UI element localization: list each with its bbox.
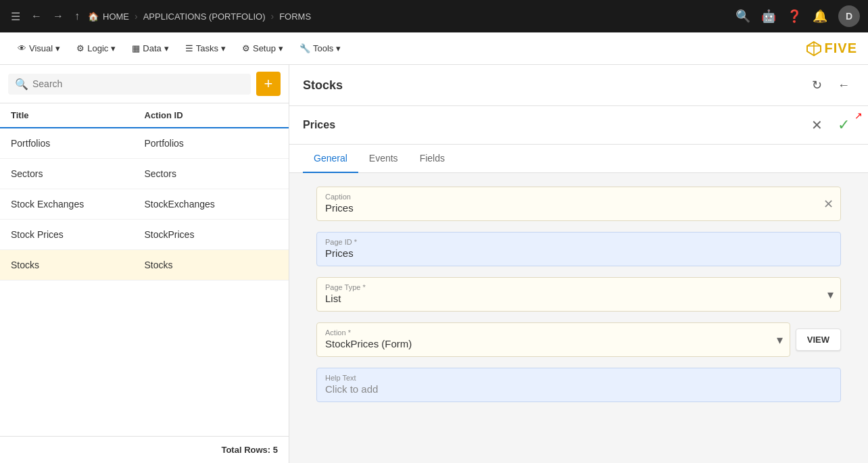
logic-icon: ⚙ xyxy=(76,43,85,53)
top-nav: ☰ ← → ↑ 🏠 HOME › APPLICATIONS (PORTFOLIO… xyxy=(0,0,868,32)
row-title: Sectors xyxy=(11,168,145,179)
forward-icon[interactable]: → xyxy=(50,7,66,25)
row-action-id: StockExchanges xyxy=(145,199,279,210)
view-button[interactable]: VIEW xyxy=(796,328,841,351)
row-title: Portfolios xyxy=(11,138,145,149)
up-icon[interactable]: ↑ xyxy=(72,7,82,25)
page-id-label: Page ID * xyxy=(325,238,832,246)
forms-nav-item[interactable]: FORMS xyxy=(279,11,311,22)
menu-icon[interactable]: ☰ xyxy=(8,7,23,26)
back-icon[interactable]: ← xyxy=(28,7,45,25)
data-chevron: ▾ xyxy=(164,43,169,53)
list-item[interactable]: Stock Exchanges StockExchanges xyxy=(0,189,289,220)
tools-icon: 🔧 xyxy=(299,43,310,53)
help-icon[interactable]: ❓ xyxy=(787,9,802,24)
page-type-value: List xyxy=(325,293,832,304)
breadcrumb-sep-2: › xyxy=(271,11,274,22)
save-check-button[interactable]: ✓ ↗ xyxy=(833,114,854,136)
notification-icon[interactable]: 🔔 xyxy=(813,9,827,24)
help-bot-icon[interactable]: 🤖 xyxy=(761,9,776,24)
home-nav-item[interactable]: 🏠 HOME xyxy=(88,11,129,22)
help-text-label: Help Text xyxy=(325,374,832,382)
sidebar-search-bar: 🔍 + xyxy=(0,65,289,103)
five-logo-icon xyxy=(806,41,822,57)
row-title: Stock Exchanges xyxy=(11,199,145,210)
page-type-label: Page Type * xyxy=(325,283,832,291)
visual-chevron: ▾ xyxy=(55,43,60,53)
title-column-header: Title xyxy=(11,110,145,120)
tab-fields[interactable]: Fields xyxy=(409,145,456,173)
detail-header: Stocks ↻ ← xyxy=(289,65,868,106)
form-content: Caption Prices ✕ Page ID * Prices Page T… xyxy=(289,173,868,463)
five-logo-text: FIVE xyxy=(825,41,857,56)
action-id-column-header: Action ID xyxy=(145,110,279,120)
detail-panel: Stocks ↻ ← Prices ✕ ✓ ↗ General Events F… xyxy=(289,65,868,463)
user-avatar[interactable]: D xyxy=(838,5,860,27)
logic-chevron: ▾ xyxy=(111,43,116,53)
page-id-field[interactable]: Page ID * Prices xyxy=(316,232,841,266)
tasks-menu[interactable]: ☰ Tasks ▾ xyxy=(178,39,233,57)
action-label: Action * xyxy=(325,328,781,337)
grid-icon: ▦ xyxy=(132,43,140,53)
action-dropdown-button[interactable]: ▾ xyxy=(777,333,783,347)
tab-bar: General Events Fields xyxy=(289,145,868,173)
caption-clear-button[interactable]: ✕ xyxy=(823,197,834,212)
search-input[interactable] xyxy=(32,78,244,89)
red-arrow-indicator: ↗ xyxy=(854,110,863,121)
page-id-value: Prices xyxy=(325,247,832,259)
tools-chevron: ▾ xyxy=(336,43,341,53)
logic-menu[interactable]: ⚙ Logic ▾ xyxy=(70,39,122,57)
row-action-id: StockPrices xyxy=(145,229,279,240)
visual-menu[interactable]: 👁 Visual ▾ xyxy=(11,39,67,57)
setup-menu[interactable]: ⚙ Setup ▾ xyxy=(235,39,290,57)
refresh-icon[interactable]: ↻ xyxy=(806,74,827,96)
list-item-active[interactable]: Stocks Stocks xyxy=(0,250,289,281)
search-nav-icon[interactable]: 🔍 xyxy=(736,9,750,24)
row-action-id: Portfolios xyxy=(145,138,279,149)
tab-general[interactable]: General xyxy=(303,145,358,173)
caption-value: Prices xyxy=(325,202,832,214)
page-type-field[interactable]: Page Type * List ▾ xyxy=(316,277,841,312)
search-icon: 🔍 xyxy=(15,78,28,91)
eye-icon: 👁 xyxy=(18,43,26,53)
sidebar-header: Title Action ID xyxy=(0,103,289,128)
form-header: Prices ✕ ✓ ↗ xyxy=(289,106,868,145)
back-detail-icon[interactable]: ← xyxy=(833,74,854,96)
five-logo: FIVE xyxy=(806,41,857,57)
caption-field[interactable]: Caption Prices ✕ xyxy=(316,187,841,221)
list-item[interactable]: Portfolios Portfolios xyxy=(0,128,289,159)
sidebar-list: Portfolios Portfolios Sectors Sectors St… xyxy=(0,128,289,436)
check-container: ✓ ↗ xyxy=(833,114,854,136)
row-title-active: Stocks xyxy=(11,260,145,270)
setup-chevron: ▾ xyxy=(279,43,283,53)
home-icon: 🏠 xyxy=(88,11,99,22)
applications-nav-item[interactable]: APPLICATIONS (PORTFOLIO) xyxy=(143,11,266,22)
sidebar-footer: Total Rows: 5 xyxy=(0,436,289,463)
help-text-field[interactable]: Help Text Click to add xyxy=(316,368,841,402)
tasks-chevron: ▾ xyxy=(221,43,226,53)
form-header-icons: ✕ ✓ ↗ xyxy=(806,114,854,136)
tools-menu[interactable]: 🔧 Tools ▾ xyxy=(293,39,347,57)
main-area: 🔍 + Title Action ID Portfolios Portfolio… xyxy=(0,65,868,463)
nav-right-icons: 🔍 🤖 ❓ 🔔 D xyxy=(736,5,860,27)
page-type-dropdown-button[interactable]: ▾ xyxy=(827,287,834,302)
search-box: 🔍 xyxy=(8,74,251,95)
breadcrumb: 🏠 HOME › APPLICATIONS (PORTFOLIO) › FORM… xyxy=(88,11,730,22)
tasks-icon: ☰ xyxy=(185,43,193,53)
action-row: Action * StockPrices (Form) ▾ VIEW xyxy=(316,322,841,357)
breadcrumb-sep-1: › xyxy=(135,11,138,22)
sidebar: 🔍 + Title Action ID Portfolios Portfolio… xyxy=(0,65,289,463)
toolbar-left: 👁 Visual ▾ ⚙ Logic ▾ ▦ Data ▾ ☰ Tasks ▾ … xyxy=(11,39,347,57)
help-text-value: Click to add xyxy=(325,383,832,395)
detail-title: Stocks xyxy=(303,78,343,93)
action-field[interactable]: Action * StockPrices (Form) ▾ xyxy=(316,322,790,357)
list-item[interactable]: Stock Prices StockPrices xyxy=(0,220,289,250)
caption-label: Caption xyxy=(325,193,832,201)
tab-events[interactable]: Events xyxy=(358,145,409,173)
row-action-id: Sectors xyxy=(145,168,279,179)
add-button[interactable]: + xyxy=(256,72,281,96)
list-item[interactable]: Sectors Sectors xyxy=(0,159,289,189)
detail-header-icons: ↻ ← xyxy=(806,74,854,96)
close-button[interactable]: ✕ xyxy=(806,114,827,136)
data-menu[interactable]: ▦ Data ▾ xyxy=(125,39,175,57)
